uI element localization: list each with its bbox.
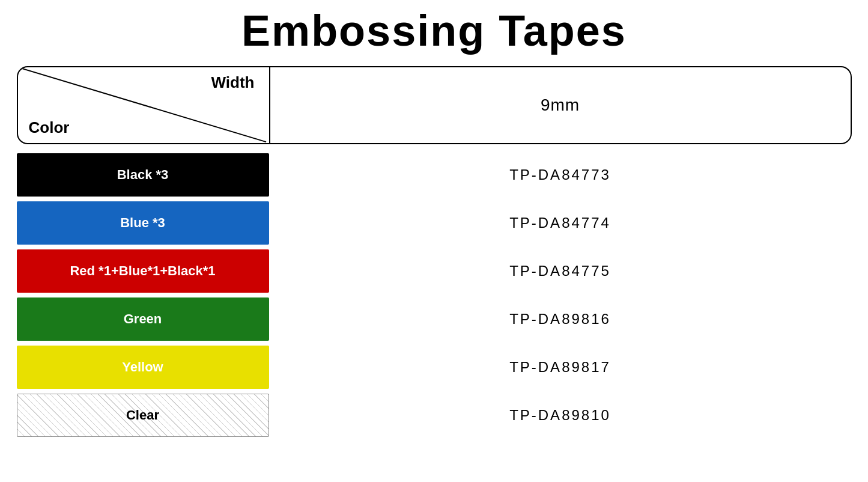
blue-sku: TP-DA84774	[269, 215, 852, 231]
clear-swatch: Clear	[17, 394, 269, 437]
green-swatch: Green	[17, 297, 269, 341]
color-grid: Black *3 TP-DA84773 Blue *3 TP-DA84774 R…	[17, 151, 852, 440]
width-label: Width	[26, 73, 261, 92]
red-sku: TP-DA84775	[269, 263, 852, 279]
yellow-swatch: Yellow	[17, 346, 269, 389]
table-row: Green TP-DA89816	[17, 296, 852, 343]
blue-swatch: Blue *3	[17, 201, 269, 245]
color-label: Color	[26, 118, 261, 137]
yellow-label: Yellow	[122, 359, 163, 375]
green-sku: TP-DA89816	[269, 311, 852, 328]
table-row: Blue *3 TP-DA84774	[17, 200, 852, 246]
green-label: Green	[124, 311, 162, 327]
yellow-sku: TP-DA89817	[269, 359, 852, 376]
table-row: Red *1+Blue*1+Black*1 TP-DA84775	[17, 248, 852, 294]
black-sku: TP-DA84773	[269, 166, 852, 183]
red-label: Red *1+Blue*1+Black*1	[70, 263, 215, 279]
clear-sku: TP-DA89810	[269, 407, 852, 424]
clear-label: Clear	[126, 407, 159, 423]
header-left-cell: Width Color	[18, 67, 270, 143]
black-swatch: Black *3	[17, 153, 269, 197]
red-swatch: Red *1+Blue*1+Black*1	[17, 249, 269, 293]
page-title: Embossing Tapes	[12, 6, 856, 55]
table-row: Black *3 TP-DA84773	[17, 151, 852, 198]
table-row: Clear TP-DA89810	[17, 392, 852, 439]
table-row: Yellow TP-DA89817	[17, 344, 852, 391]
width-value: 9mm	[270, 67, 851, 143]
black-label: Black *3	[117, 167, 169, 183]
blue-label: Blue *3	[120, 215, 165, 231]
header-table: Width Color 9mm	[17, 66, 852, 144]
page: Embossing Tapes Width Color 9mm Black *3…	[0, 0, 868, 482]
